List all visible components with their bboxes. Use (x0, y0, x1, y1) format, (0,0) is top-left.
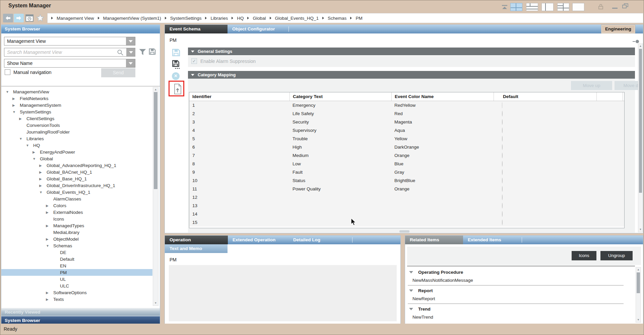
scroll-up-icon[interactable]: ▲ (153, 88, 158, 92)
recently-viewed-bar[interactable]: Recently Viewed (1, 308, 160, 316)
icons-button[interactable]: Icons (572, 251, 596, 260)
tree-item[interactable]: ▼Libraries (1, 135, 152, 142)
display-mode-dropdown[interactable]: Show Name (4, 59, 135, 68)
chevron-down-icon[interactable] (126, 59, 135, 67)
tab-text-and-memo[interactable]: Text and Memo (165, 244, 228, 253)
tree-item[interactable]: ▶Global_Base_HQ_1 (1, 175, 152, 182)
tree-item[interactable]: PM (1, 269, 152, 276)
tree-expander-icon[interactable]: ▶ (46, 224, 53, 228)
tab-event-schema[interactable]: Event Schema (165, 25, 228, 33)
tree-item[interactable]: ▶Global_DriverInfrastructure_HQ_1 (1, 182, 152, 189)
table-row[interactable]: 12 (189, 193, 624, 201)
tree-expander-icon[interactable]: ▼ (26, 144, 33, 147)
default-radio[interactable] (502, 178, 503, 183)
table-row[interactable]: 14 (189, 210, 624, 218)
chevron-down-icon[interactable] (126, 37, 135, 45)
move-up-button[interactable]: Move up (571, 81, 612, 90)
tree-item[interactable]: ULC (1, 282, 152, 289)
tree-scrollbar[interactable]: ▲ ▼ (153, 87, 158, 306)
search-input[interactable] (4, 48, 135, 57)
tree-item[interactable]: ConversionTools (1, 122, 152, 129)
tree-item[interactable]: ▼Global_Events_HQ_1 (1, 189, 152, 195)
save-as-button[interactable] (172, 60, 180, 71)
tab-extended-operation[interactable]: Extended Operation (228, 236, 288, 244)
table-row[interactable]: 4SupervisoryAqua (189, 126, 624, 135)
breadcrumb-item[interactable]: Libraries (210, 16, 228, 21)
table-row[interactable]: 13 (189, 201, 624, 210)
default-radio[interactable] (502, 203, 503, 208)
tab-extended-items[interactable]: Extended Items (463, 236, 522, 244)
splitter-handle[interactable] (399, 230, 409, 233)
tree-expander-icon[interactable]: ▶ (39, 177, 47, 181)
tree-expander-icon[interactable]: ▼ (12, 110, 20, 114)
table-row[interactable]: 1EmergencyRedYellow (189, 101, 624, 109)
tree-item[interactable]: MediaLibrary (1, 229, 152, 236)
tree-expander-icon[interactable]: ▶ (39, 164, 47, 167)
tree-item[interactable]: ▶FieldNetworks (1, 95, 152, 102)
breadcrumb-item[interactable]: Global (253, 16, 266, 21)
general-settings-header[interactable]: General Settings (188, 48, 635, 55)
default-radio[interactable] (502, 144, 503, 150)
search-options-chevron-icon[interactable] (126, 48, 135, 56)
tree-item[interactable]: ▼HQ (1, 142, 152, 149)
main-scrollbar[interactable]: ▲ ▼ (638, 44, 643, 232)
layout-left-column-button[interactable] (541, 3, 554, 11)
scroll-down-icon[interactable]: ▼ (153, 301, 158, 305)
tree-item[interactable]: JournalingRootFolder (1, 129, 152, 135)
related-scrollbar[interactable]: ▲ ▼ (636, 267, 641, 323)
default-radio[interactable] (502, 161, 503, 167)
table-row[interactable]: 9FaultGray (189, 168, 624, 176)
breadcrumb-item[interactable]: PM (356, 16, 362, 21)
main-scrollbar-thumb[interactable] (639, 49, 642, 193)
save-button[interactable] (172, 48, 180, 58)
tree-item[interactable]: ▼Schemas (1, 242, 152, 249)
tree-item[interactable]: ▶ClientSettings (1, 115, 152, 122)
default-radio[interactable] (497, 102, 596, 109)
related-item[interactable]: NewTrend (405, 313, 635, 321)
restore-window-button[interactable] (622, 3, 629, 10)
tree-item[interactable]: ▶Texts (1, 296, 152, 303)
tree-item[interactable]: ▼ManagementView (1, 88, 152, 95)
default-radio[interactable] (502, 153, 503, 158)
tab-related-items[interactable]: Related Items (405, 236, 463, 244)
layout-rows-button[interactable] (526, 3, 538, 11)
tree-expander-icon[interactable]: ▶ (46, 291, 53, 295)
pin-icon[interactable] (633, 39, 640, 44)
filter-icon[interactable] (139, 49, 146, 57)
tree-item[interactable]: ▶Global_BACnet_HQ_1 (1, 169, 152, 175)
related-group-header[interactable]: Operating Procedure (405, 268, 635, 276)
default-radio[interactable] (502, 136, 503, 142)
tree-expander-icon[interactable]: ▶ (12, 97, 20, 100)
scroll-up-icon[interactable]: ▲ (638, 44, 643, 48)
alarm-suppression-checkbox[interactable]: ✓ (191, 58, 197, 64)
tree-item[interactable]: ▶ExternalNodes (1, 209, 152, 216)
tree-expander-icon[interactable]: ▶ (46, 204, 53, 207)
default-radio[interactable] (502, 211, 503, 217)
table-row[interactable]: 6HighDarkOrange (189, 143, 624, 151)
default-radio[interactable] (502, 169, 503, 175)
tree-expander-icon[interactable]: ▼ (33, 157, 40, 161)
tree-item[interactable]: ▼Global (1, 155, 152, 162)
tree-item[interactable]: EN (1, 262, 152, 269)
breadcrumb-item[interactable]: ManagementView (System1) (103, 16, 161, 21)
tree-item[interactable]: UL (1, 276, 152, 282)
tab-detailed-log[interactable]: Detailed Log (288, 236, 352, 244)
tree-expander-icon[interactable]: ▼ (6, 90, 13, 94)
breadcrumb-item[interactable]: SystemSettings (170, 16, 202, 21)
tree-scrollbar-thumb[interactable] (154, 92, 157, 189)
layout-single-pane-button[interactable] (572, 3, 584, 11)
ungroup-button[interactable]: Ungroup (600, 251, 633, 260)
scroll-up-icon[interactable]: ▲ (636, 268, 641, 272)
breadcrumb-item[interactable]: Management View (57, 16, 94, 21)
scroll-down-icon[interactable]: ▼ (638, 228, 643, 232)
engineering-mode-button[interactable]: Engineering (601, 25, 635, 33)
tree-item[interactable]: Default (1, 256, 152, 262)
default-radio[interactable] (502, 220, 503, 225)
back-button[interactable] (3, 14, 13, 22)
forward-button[interactable] (14, 14, 24, 22)
send-button[interactable]: Send (101, 68, 135, 77)
tree-item[interactable]: ▶SoftwareOptions (1, 289, 152, 296)
tree-expander-icon[interactable]: ▼ (19, 137, 26, 141)
history-button[interactable] (24, 14, 35, 22)
related-scrollbar-thumb[interactable] (637, 272, 640, 293)
